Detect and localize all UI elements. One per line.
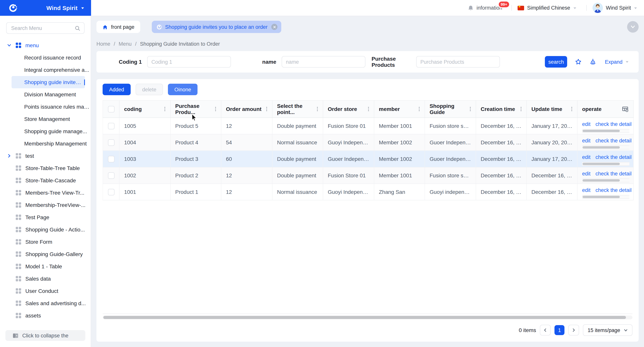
column-menu-icon[interactable] (316, 106, 318, 112)
divider (512, 5, 512, 11)
column-menu-icon[interactable] (571, 106, 572, 112)
check-detail-link[interactable]: check the detail (596, 154, 632, 160)
close-tab-button[interactable] (271, 24, 278, 30)
edit-link[interactable]: edit (582, 121, 590, 127)
sidebar-item-store-table-cascade[interactable]: Store-Table-Cascade (0, 174, 91, 187)
row-checkbox[interactable] (108, 172, 114, 179)
sidebar-collapse-button[interactable]: Click to collapse the (6, 330, 85, 341)
coding1-input[interactable] (147, 56, 231, 67)
sidebar-item-shopping-guide-action[interactable]: Shopping Guide - Actio... (0, 223, 91, 236)
breadcrumb: Home / Menu / Shopping Guide Invitation … (96, 41, 644, 47)
page-size-select[interactable]: 15 items/page (583, 324, 632, 336)
sidebar-item-members-tree-view[interactable]: Members-Tree View-Tr... (0, 187, 91, 199)
sidebar-item-membership-treeview[interactable]: Membership-TreeView-... (0, 199, 91, 211)
tab-shopping-guide-order[interactable]: Shopping guide invites you to place an o… (152, 21, 282, 33)
sidebar-item-shopping-guide-manage[interactable]: Shopping guide manage... (0, 125, 91, 137)
name-input[interactable] (282, 56, 366, 67)
column-menu-icon[interactable] (470, 106, 471, 112)
added-button[interactable]: Added (102, 84, 131, 95)
check-detail-link[interactable]: check the detail (596, 121, 632, 127)
breadcrumb-menu[interactable]: Menu (119, 41, 132, 47)
sidebar-item-points-rules[interactable]: Points issuance rules man... (0, 101, 91, 113)
operate-scrollbar[interactable] (582, 129, 630, 133)
breadcrumb-home[interactable]: Home (96, 41, 110, 47)
notification-item[interactable]: information 99+ (476, 5, 502, 11)
scrollbar-thumb[interactable] (103, 316, 626, 319)
operate-scrollbar[interactable] (582, 195, 630, 199)
previous-page-button[interactable] (540, 325, 551, 336)
sidebar-search-box[interactable] (6, 22, 84, 34)
expand-toggle[interactable]: Expand (605, 59, 630, 65)
sidebar: menu Record issuance record Integral com… (0, 16, 91, 347)
oinone-button[interactable]: Oinone (168, 84, 198, 95)
cell-point: Double payment (272, 167, 323, 184)
clear-broom-icon[interactable] (590, 58, 596, 65)
next-page-button[interactable] (568, 325, 579, 336)
sidebar-item-record-issuance[interactable]: Record issuance record (0, 51, 91, 64)
edit-link[interactable]: edit (582, 154, 590, 160)
purchase-products-input[interactable] (416, 56, 500, 67)
favorite-star-icon[interactable] (575, 58, 582, 65)
sidebar-group-menu[interactable]: menu (0, 39, 91, 51)
sidebar-item-shopping-guide-invites[interactable]: Shopping guide invites yo... (12, 76, 85, 88)
sidebar-item-sales-data[interactable]: Sales data (0, 273, 91, 285)
delete-button[interactable]: delete (136, 84, 163, 95)
row-checkbox[interactable] (108, 189, 114, 195)
user-avatar[interactable] (592, 3, 603, 13)
column-menu-icon[interactable] (368, 106, 369, 112)
row-checkbox[interactable] (108, 139, 114, 146)
sidebar-group-test[interactable]: test (0, 150, 91, 162)
sidebar-item-user-conduct[interactable]: User Conduct (0, 285, 91, 297)
sidebar-item-assets[interactable]: assets (0, 309, 91, 322)
menu-search-input[interactable] (10, 25, 74, 31)
scrollbar-track[interactable] (102, 316, 632, 319)
search-button[interactable]: search (545, 56, 567, 67)
row-checkbox[interactable] (108, 156, 114, 162)
column-header-operate: operate (577, 100, 634, 118)
operate-scrollbar[interactable] (582, 178, 630, 182)
horizontal-scrollbar (102, 314, 632, 319)
sidebar-item-store-table-tree[interactable]: Store-Table-Tree Table (0, 162, 91, 174)
edit-link[interactable]: edit (582, 138, 590, 143)
check-detail-link[interactable]: check the detail (596, 138, 632, 143)
edit-link[interactable]: edit (582, 171, 590, 176)
sidebar-item-division[interactable]: Division Management (0, 88, 91, 101)
grid-icon (15, 300, 22, 306)
user-menu[interactable]: Wind Spirit (606, 5, 631, 11)
table-settings-icon[interactable] (622, 106, 629, 112)
language-selector[interactable]: Simplified Chinese (527, 5, 570, 11)
select-all-checkbox[interactable] (108, 106, 114, 112)
check-detail-link[interactable]: check the detail (596, 187, 632, 193)
sidebar-item-model-1-table[interactable]: Model 1 - Table (0, 260, 91, 273)
current-page-button[interactable]: 1 (554, 325, 564, 335)
sidebar-item-sales-advertising[interactable]: Sales and advertising d... (0, 297, 91, 309)
app-logo-icon (8, 3, 18, 12)
table-header-row: coding Purchase Produ... Order amount Se… (103, 100, 634, 118)
chevron-down-icon (80, 5, 85, 10)
column-menu-icon[interactable] (520, 106, 522, 112)
tab-front-page[interactable]: front page (96, 21, 140, 33)
row-checkbox[interactable] (108, 123, 114, 129)
operate-scrollbar[interactable] (582, 145, 630, 149)
tabs-more-button[interactable] (627, 21, 638, 33)
filter-field-name: name (237, 56, 366, 67)
sidebar-item-store-form[interactable]: Store Form (0, 236, 91, 248)
cell-member: Member 1001 (374, 167, 425, 184)
column-menu-icon[interactable] (266, 106, 268, 112)
operate-scrollbar[interactable] (582, 162, 630, 166)
sidebar-item-membership[interactable]: Membership Management (0, 137, 91, 150)
sidebar-item-shopping-guide-gallery[interactable]: Shopping Guide-Gallery (0, 248, 91, 260)
filter-controls: search Expand (545, 56, 630, 67)
sidebar-item-integral[interactable]: Integral comprehensive a... (0, 64, 91, 76)
column-menu-icon[interactable] (215, 106, 216, 112)
check-detail-link[interactable]: check the detail (596, 171, 632, 176)
edit-link[interactable]: edit (582, 187, 590, 193)
sidebar-item-test-page[interactable]: Test Page (0, 211, 91, 223)
column-menu-icon[interactable] (164, 106, 166, 112)
column-menu-icon[interactable] (418, 106, 420, 112)
notification-bell-icon[interactable] (468, 5, 474, 11)
brand-area[interactable]: Wind Spirit (0, 0, 91, 16)
sidebar-item-store-management[interactable]: Store Management (0, 113, 91, 125)
cell-operate: editcheck the detail (577, 151, 634, 167)
grid-icon (15, 214, 22, 220)
